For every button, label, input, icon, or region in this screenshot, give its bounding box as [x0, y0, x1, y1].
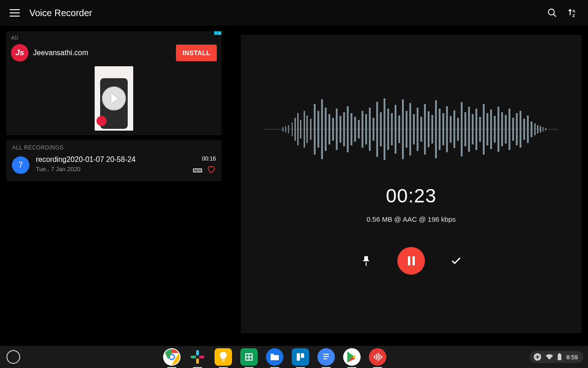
taskbar-app-files[interactable] [266, 348, 283, 366]
svg-text:Z: Z [572, 13, 575, 18]
waveform [264, 86, 558, 173]
svg-rect-64 [498, 107, 499, 152]
svg-rect-22 [343, 112, 345, 146]
docs-icon [322, 352, 330, 362]
svg-rect-101 [559, 353, 560, 354]
app-title: Voice Recorder [29, 8, 92, 18]
taskbar-app-keep[interactable] [215, 348, 232, 366]
svg-rect-35 [391, 113, 393, 145]
svg-rect-69 [516, 113, 518, 145]
finish-button[interactable] [447, 252, 465, 270]
svg-rect-43 [420, 117, 422, 142]
recording-timer: 00:23 [386, 185, 436, 207]
svg-rect-10 [300, 120, 301, 138]
svg-rect-33 [384, 98, 385, 160]
ad-install-button[interactable]: INSTALL [176, 45, 217, 61]
svg-rect-36 [395, 105, 396, 154]
svg-rect-17 [325, 108, 327, 151]
recording-panel: 00:23 0.56 MB @ AAC @ 196 kbps [241, 35, 582, 333]
svg-rect-41 [413, 114, 415, 144]
recording-date: Tue., 7 Jan 2020 [36, 166, 136, 172]
svg-rect-11 [304, 111, 305, 148]
svg-rect-45 [428, 111, 430, 147]
svg-rect-78 [545, 128, 546, 131]
svg-rect-25 [354, 117, 356, 142]
svg-rect-51 [450, 116, 452, 143]
svg-rect-65 [501, 112, 503, 146]
svg-rect-76 [540, 126, 541, 132]
svg-rect-32 [380, 112, 382, 146]
svg-rect-61 [486, 113, 488, 145]
taskbar-app-sheets[interactable] [240, 348, 258, 366]
pin-button[interactable] [357, 252, 375, 270]
svg-rect-95 [376, 354, 377, 360]
app-bar: Voice Recorder AZ [0, 0, 588, 26]
favorite-button[interactable] [207, 165, 216, 176]
slack-icon [190, 349, 205, 365]
svg-rect-40 [409, 103, 411, 155]
svg-rect-21 [339, 116, 341, 143]
notification-icon [533, 353, 542, 361]
recording-day-badge: 7 [12, 156, 29, 174]
trello-icon [295, 352, 305, 362]
svg-text:A: A [572, 9, 576, 13]
svg-rect-68 [512, 118, 514, 141]
recording-item[interactable]: 7 recording2020-01-07 20-58-24 Tue., 7 J… [12, 155, 216, 176]
svg-rect-75 [537, 125, 538, 133]
taskbar-app-chrome[interactable] [163, 348, 181, 366]
svg-rect-67 [509, 109, 510, 150]
tray-clock: 8:59 [566, 354, 578, 361]
svg-rect-15 [317, 111, 319, 148]
search-button[interactable] [542, 3, 562, 23]
ad-advertiser-name[interactable]: Jeevansathi.com [33, 49, 88, 57]
taskbar-app-trello[interactable] [292, 348, 309, 366]
svg-rect-62 [490, 109, 492, 149]
recording-duration: 00:16 [202, 155, 216, 162]
svg-rect-94 [374, 356, 375, 358]
pause-icon [408, 256, 415, 265]
taskbar-app-playstore[interactable] [343, 348, 361, 366]
svg-rect-82 [196, 350, 199, 356]
taskbar-app-voice-recorder[interactable] [369, 348, 386, 366]
system-tray[interactable]: 8:59 [530, 351, 583, 363]
heart-icon [207, 165, 216, 174]
svg-rect-8 [294, 118, 296, 141]
hamburger-icon [10, 9, 20, 17]
svg-rect-13 [310, 119, 311, 140]
taskbar-app-slack[interactable] [189, 348, 206, 366]
svg-rect-28 [365, 114, 367, 144]
svg-rect-55 [464, 112, 466, 146]
play-store-icon [346, 351, 357, 363]
svg-rect-19 [332, 118, 334, 141]
new-badge: NEW [193, 168, 202, 172]
ad-video-preview[interactable] [95, 66, 133, 131]
taskbar-app-docs[interactable] [317, 348, 335, 366]
svg-rect-97 [379, 354, 380, 360]
ad-info-badge[interactable]: i▷ [214, 31, 221, 39]
svg-rect-63 [494, 116, 496, 143]
svg-rect-83 [191, 356, 196, 358]
svg-rect-66 [505, 115, 507, 144]
pin-icon [362, 255, 371, 266]
svg-rect-59 [479, 117, 481, 142]
svg-rect-44 [424, 104, 426, 155]
svg-rect-5 [285, 126, 286, 132]
svg-rect-60 [483, 104, 485, 155]
svg-rect-37 [398, 115, 400, 143]
wifi-icon [545, 354, 554, 360]
recording-title: recording2020-01-07 20-58-24 [36, 155, 136, 164]
search-icon [547, 8, 557, 18]
svg-rect-52 [453, 110, 455, 148]
svg-rect-100 [558, 354, 561, 360]
svg-rect-18 [328, 114, 330, 144]
ad-logo: Js [11, 44, 28, 62]
svg-rect-53 [457, 118, 459, 141]
sort-button[interactable]: AZ [562, 3, 582, 23]
svg-rect-27 [362, 111, 363, 148]
pause-record-button[interactable] [397, 247, 425, 275]
hamburger-menu-button[interactable] [6, 4, 24, 22]
recordings-list-header: ALL RECORDINGS [12, 144, 216, 151]
svg-rect-85 [199, 356, 204, 358]
launcher-button[interactable] [6, 350, 20, 364]
voice-recorder-app-icon [372, 351, 383, 362]
